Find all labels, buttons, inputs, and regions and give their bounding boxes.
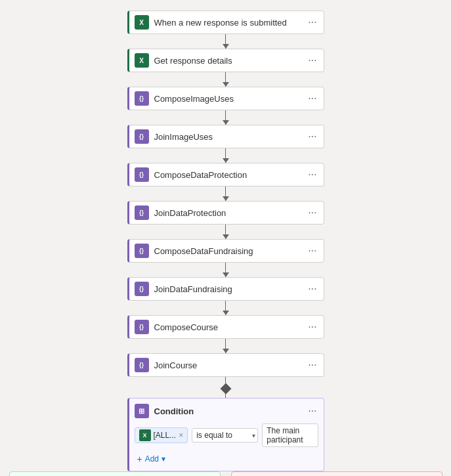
step-label-6: JoinDataProtection	[154, 208, 307, 218]
connector-6	[225, 225, 226, 239]
connector-1	[225, 34, 226, 49]
step-label-1: When a new response is submitted	[154, 18, 307, 28]
step-more-5[interactable]: ···	[307, 169, 318, 181]
add-label: Add	[145, 454, 159, 464]
connector-5	[225, 186, 226, 201]
var-icon-6: {}	[135, 206, 149, 220]
connector-9	[225, 339, 226, 353]
operator-select-wrapper: is equal to is not equal to contains	[192, 428, 258, 443]
excel-icon-1: X	[135, 15, 149, 30]
branch-yes: ✓ If yes ✉ Send an email (V2) ··· ✉ Send…	[9, 471, 221, 476]
step-more-6[interactable]: ···	[307, 207, 318, 219]
step-more-10[interactable]: ···	[307, 359, 318, 371]
operator-select[interactable]: is equal to is not equal to contains	[192, 428, 258, 443]
token-label: [ALL...	[154, 431, 177, 440]
var-icon-9: {}	[135, 320, 149, 334]
step-label-4: JoinImageUses	[154, 132, 307, 142]
step-more-3[interactable]: ···	[307, 93, 318, 104]
step-label-8: JoinDataFundraising	[154, 284, 307, 294]
condition-more[interactable]: ···	[307, 405, 318, 417]
var-icon-7: {}	[135, 244, 149, 258]
step-label-2: Get response details	[154, 56, 307, 66]
plus-icon: +	[137, 454, 142, 464]
condition-header: ⊞ Condition ···	[135, 404, 318, 418]
step-compose-image-uses[interactable]: {} ComposeImageUses ···	[127, 87, 324, 110]
step-label-10: JoinCourse	[154, 360, 307, 370]
step-more-1[interactable]: ···	[307, 16, 318, 28]
condition-block[interactable]: ⊞ Condition ··· X [ALL... × is equal to …	[127, 398, 324, 471]
step-compose-course[interactable]: {} ComposeCourse ···	[127, 315, 324, 339]
step-more-7[interactable]: ···	[307, 245, 318, 257]
add-chevron: ▾	[161, 454, 165, 464]
diamond-connector	[222, 377, 230, 398]
step-more-9[interactable]: ···	[307, 321, 318, 333]
var-icon-10: {}	[135, 358, 149, 372]
var-icon-5: {}	[135, 167, 149, 182]
connector-2	[225, 72, 226, 87]
condition-body: X [ALL... × is equal to is not equal to …	[135, 423, 318, 447]
step-more-8[interactable]: ···	[307, 283, 318, 295]
token-icon: X	[139, 429, 151, 441]
flow-container: X When a new response is submitted ··· X…	[0, 0, 451, 476]
connector-8	[225, 301, 226, 315]
var-icon-3: {}	[135, 91, 149, 106]
diamond-shape	[220, 383, 231, 395]
step-join-data-fundraising[interactable]: {} JoinDataFundraising ···	[127, 277, 324, 301]
step-join-data-protection[interactable]: {} JoinDataProtection ···	[127, 201, 324, 225]
token-remove[interactable]: ×	[179, 431, 183, 440]
step-more-2[interactable]: ···	[307, 54, 318, 66]
step-join-course[interactable]: {} JoinCourse ···	[127, 353, 324, 377]
connector-3	[225, 110, 226, 125]
var-icon-8: {}	[135, 282, 149, 296]
step-get-response[interactable]: X Get response details ···	[127, 49, 324, 72]
excel-icon-2: X	[135, 53, 149, 68]
step-label-3: ComposeImageUses	[154, 94, 307, 104]
connector-7	[225, 263, 226, 277]
var-icon-4: {}	[135, 129, 149, 144]
step-compose-data-protection[interactable]: {} ComposeDataProtection ···	[127, 163, 324, 186]
step-label-5: ComposeDataProtection	[154, 170, 307, 180]
condition-value: The main participant	[262, 423, 318, 447]
branches-container: ✓ If yes ✉ Send an email (V2) ··· ✉ Send…	[9, 471, 442, 476]
step-compose-data-fundraising[interactable]: {} ComposeDataFundraising ···	[127, 239, 324, 263]
step-label-7: ComposeDataFundraising	[154, 246, 307, 256]
condition-token[interactable]: X [ALL... ×	[135, 427, 188, 443]
step-join-image-uses[interactable]: {} JoinImageUses ···	[127, 125, 324, 148]
step-more-4[interactable]: ···	[307, 131, 318, 142]
branch-no: ✕ If no ✉ Send an email (V2) 2 ··· ✉ Sen…	[231, 471, 442, 476]
condition-icon: ⊞	[135, 404, 149, 418]
condition-label: Condition	[154, 406, 307, 416]
connector-4	[225, 148, 226, 163]
step-when-new-response[interactable]: X When a new response is submitted ···	[127, 11, 324, 34]
step-label-9: ComposeCourse	[154, 322, 307, 332]
condition-add-btn[interactable]: + Add ▾	[135, 452, 169, 465]
